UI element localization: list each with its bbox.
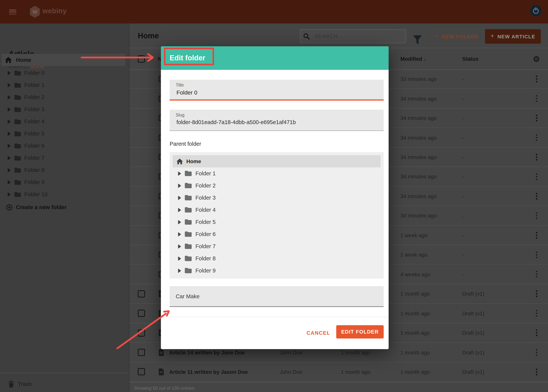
tree-folder-item[interactable]: Folder 2 — [170, 180, 384, 192]
sidebar: Article Model ID: article Home Folder 0F… — [0, 23, 129, 392]
row-checkbox[interactable] — [138, 290, 145, 297]
caret-right-icon[interactable] — [178, 208, 181, 212]
tree-folder-item[interactable]: Folder 9 — [170, 265, 384, 277]
trash-divider — [0, 373, 129, 373]
sidebar-folder-item[interactable]: Folder 1 — [0, 79, 129, 91]
sidebar-folder-item[interactable]: Folder 3 — [0, 103, 129, 115]
caret-right-icon[interactable] — [178, 232, 181, 236]
row-actions-kebab-icon[interactable] — [534, 343, 539, 362]
caret-right-icon[interactable] — [7, 132, 11, 136]
sidebar-folder-item[interactable]: Folder 7 — [0, 152, 129, 164]
sidebar-folder-label: Folder 5 — [24, 131, 44, 137]
row-status: Draft (v1) — [462, 343, 485, 362]
column-header-modified[interactable]: Modified ↓ — [400, 48, 426, 70]
row-actions-kebab-icon[interactable] — [534, 323, 539, 343]
sidebar-folder-item[interactable]: Folder 0 — [0, 67, 129, 79]
row-modified: 1 month ago — [400, 343, 430, 362]
row-actions-kebab-icon[interactable] — [534, 362, 539, 382]
new-article-button[interactable]: + NEW ARTICLE — [485, 29, 541, 44]
tree-folder-item[interactable]: Folder 6 — [170, 228, 384, 240]
row-actions-kebab-icon[interactable] — [534, 70, 539, 89]
row-actions-kebab-icon[interactable] — [534, 148, 539, 167]
app-root: W webiny Article Model ID: article Home … — [0, 0, 548, 392]
row-actions-kebab-icon[interactable] — [534, 206, 539, 225]
tree-folder-label: Folder 3 — [196, 195, 216, 201]
caret-right-icon[interactable] — [7, 119, 11, 124]
caret-right-icon[interactable] — [178, 256, 181, 260]
title-field-label: Title — [176, 83, 184, 87]
row-checkbox[interactable] — [138, 329, 145, 336]
caret-right-icon[interactable] — [7, 156, 11, 160]
row-actions-kebab-icon[interactable] — [534, 245, 539, 264]
column-header-status[interactable]: Status — [462, 48, 478, 70]
create-new-folder-label: Create a new folder — [16, 204, 67, 210]
caret-right-icon[interactable] — [7, 107, 11, 111]
search-box[interactable] — [300, 29, 406, 43]
edit-folder-dialog: Edit folder Title Slug Parent folder Hom… — [161, 46, 389, 349]
edit-folder-submit-button[interactable]: EDIT FOLDER — [336, 325, 384, 338]
caret-right-icon[interactable] — [7, 168, 11, 172]
row-actions-kebab-icon[interactable] — [534, 187, 539, 206]
sidebar-folder-item[interactable]: Folder 6 — [0, 140, 129, 152]
sidebar-item-trash[interactable]: Trash — [0, 377, 129, 391]
slug-input[interactable] — [176, 119, 375, 126]
tree-folder-item[interactable]: Folder 8 — [170, 252, 384, 265]
sidebar-folder-item[interactable]: Folder 5 — [0, 127, 129, 140]
row-modified: 34 minutes ago — [400, 148, 437, 167]
sidebar-folder-item[interactable]: Folder 2 — [0, 91, 129, 103]
sidebar-folder-item[interactable]: Folder 9 — [0, 176, 129, 188]
sign-out-button[interactable] — [530, 5, 541, 16]
cancel-button[interactable]: CANCEL — [305, 326, 332, 340]
tree-folder-item[interactable]: Folder 1 — [170, 167, 384, 180]
caret-right-icon[interactable] — [7, 144, 11, 148]
row-actions-kebab-icon[interactable] — [534, 167, 539, 186]
sidebar-folder-label: Folder 0 — [24, 70, 44, 76]
title-input[interactable] — [176, 89, 375, 96]
caret-right-icon[interactable] — [7, 192, 11, 196]
row-actions-kebab-icon[interactable] — [534, 109, 539, 128]
search-input[interactable] — [314, 33, 399, 40]
create-new-folder-button[interactable]: Create a new folder — [0, 201, 129, 213]
caret-right-icon[interactable] — [7, 95, 11, 99]
sidebar-folder-item[interactable]: Folder 4 — [0, 115, 129, 127]
caret-right-icon[interactable] — [178, 268, 181, 273]
tree-folder-item[interactable]: Folder 5 — [170, 216, 384, 228]
sidebar-folder-item[interactable]: Folder 10 — [0, 188, 129, 200]
table-settings-gear-icon[interactable]: ⚙ — [533, 55, 540, 63]
row-actions-kebab-icon[interactable] — [534, 304, 539, 323]
row-actions-kebab-icon[interactable] — [534, 284, 539, 303]
row-actions-kebab-icon[interactable] — [534, 226, 539, 245]
caret-right-icon[interactable] — [178, 196, 181, 200]
table-row-article[interactable]: Article 11 written by Jason DoeJohn Doe1… — [129, 362, 548, 382]
row-status: - — [462, 187, 464, 206]
row-actions-kebab-icon[interactable] — [534, 128, 539, 147]
caret-right-icon[interactable] — [7, 180, 11, 184]
caret-right-icon[interactable] — [178, 244, 181, 248]
car-make-value: Car Make — [176, 293, 200, 299]
row-actions-kebab-icon[interactable] — [534, 89, 539, 108]
tree-folder-label: Folder 1 — [196, 170, 216, 176]
row-checkbox[interactable] — [138, 349, 145, 356]
sidebar-item-home[interactable]: Home — [1, 54, 125, 66]
row-actions-kebab-icon[interactable] — [534, 265, 539, 284]
caret-right-icon[interactable] — [178, 183, 181, 188]
row-modified: 34 minutes ago — [400, 89, 437, 108]
row-checkbox[interactable] — [138, 368, 145, 376]
sidebar-folder-label: Folder 2 — [24, 94, 44, 100]
select-all-checkbox[interactable] — [138, 55, 145, 63]
tree-folder-item[interactable]: Folder 7 — [170, 240, 384, 252]
caret-right-icon[interactable] — [7, 83, 11, 87]
filter-icon[interactable] — [413, 35, 422, 44]
tree-folder-item[interactable]: Folder 3 — [170, 192, 384, 204]
car-make-select[interactable]: Car Make — [170, 286, 384, 307]
caret-right-icon[interactable] — [7, 71, 11, 75]
new-article-label: NEW ARTICLE — [498, 34, 535, 39]
hamburger-menu-icon[interactable] — [9, 9, 16, 14]
sidebar-folder-item[interactable]: Folder 8 — [0, 164, 129, 176]
row-checkbox[interactable] — [138, 310, 145, 317]
new-folder-button[interactable]: + NEW FOLDER — [429, 29, 484, 44]
tree-folder-item[interactable]: Folder 4 — [170, 204, 384, 216]
caret-right-icon[interactable] — [178, 171, 181, 175]
caret-right-icon[interactable] — [178, 220, 181, 224]
tree-item-home[interactable]: Home — [173, 155, 381, 167]
